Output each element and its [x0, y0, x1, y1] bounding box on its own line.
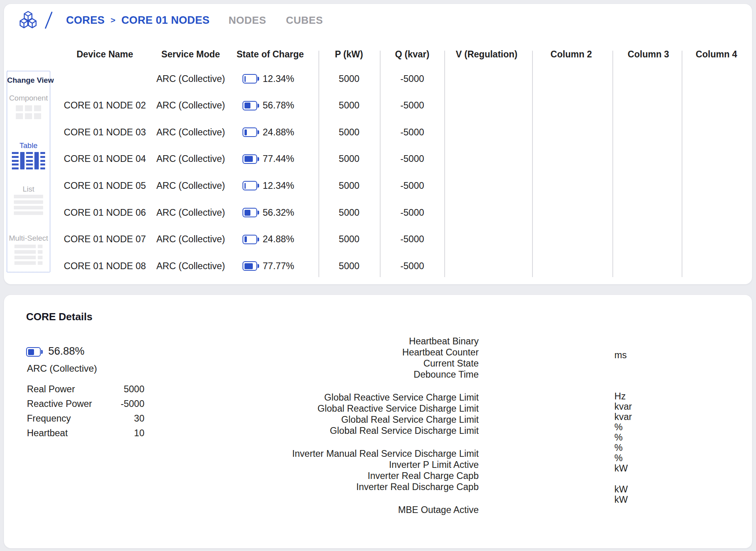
device-name-cell: CORE 01 NODE 04 [47, 151, 162, 167]
detail-field-label: Global Real Service Charge Limit [277, 414, 479, 425]
core-details-card: CORE Details 56.88% ARC (Collective) Rea… [4, 295, 752, 548]
battery-icon [243, 208, 257, 217]
column-header: Q (kvar) [395, 49, 430, 61]
soc-value: 12.34% [263, 180, 294, 191]
breadcrumb-item-core-01-nodes[interactable]: CORE 01 NODES [121, 14, 210, 27]
param-label: Reactive Power [27, 399, 92, 409]
service-mode-cell: ARC (Collective) [146, 205, 235, 220]
detail-field-label: Global Real Service Discharge Limit [277, 425, 479, 436]
table-row[interactable]: CORE 01 NODE 02ARC (Collective)56.78%500… [4, 98, 752, 114]
param-label: Frequency [27, 413, 71, 424]
service-mode-cell: ARC (Collective) [146, 124, 235, 140]
q-kvar-cell: -5000 [380, 71, 445, 87]
soc-value: 77.44% [263, 154, 294, 164]
battery-fill [28, 349, 34, 355]
unit-group: Hzkvarkvar%%%%kW [614, 391, 632, 473]
battery-icon [243, 154, 257, 164]
table-row[interactable]: CORE 01 NODE 08ARC (Collective)77.77%500… [4, 258, 752, 274]
q-kvar-cell: -5000 [380, 124, 445, 140]
battery-icon [26, 347, 41, 357]
battery-fill [244, 263, 253, 269]
unit-label: % [614, 453, 632, 463]
unit-label: % [614, 443, 632, 453]
battery-icon [243, 101, 257, 110]
table-row[interactable]: CORE 01 NODE 07ARC (Collective)24.88%500… [4, 232, 752, 247]
param-value: 5000 [124, 384, 144, 395]
component-grid-icon[interactable] [16, 105, 41, 119]
details-service-mode: ARC (Collective) [27, 363, 97, 374]
detail-field-label: Global Reactive Service Charge Limit [277, 392, 479, 403]
column-header: V (Regulation) [456, 49, 517, 61]
table-row[interactable]: ARC (Collective)12.34%5000-5000 [4, 71, 752, 87]
battery-fill [244, 156, 253, 162]
p-kw-cell: 5000 [318, 178, 380, 194]
detail-field-label: Global Reactive Service Disharge Limit [277, 403, 479, 414]
column-header: Column 3 [628, 49, 669, 61]
battery-fill [244, 210, 251, 216]
change-view-title: Change View [7, 76, 50, 85]
tab-nodes[interactable]: NODES [229, 14, 266, 27]
view-option-multi-select-label[interactable]: Multi-Select [7, 234, 50, 243]
state-of-charge-cell: 12.34% [243, 178, 322, 194]
list-icon[interactable] [14, 195, 43, 215]
device-name-cell: CORE 01 NODE 02 [47, 98, 162, 114]
state-of-charge-cell: 77.44% [243, 151, 322, 167]
core-details-title: CORE Details [26, 311, 93, 323]
nodes-table-card: CORES > CORE 01 NODES NODES CUBES Device… [4, 4, 752, 284]
table-icon[interactable] [12, 152, 45, 169]
unit-label: % [614, 422, 632, 432]
multi-select-icon[interactable] [15, 245, 43, 265]
q-kvar-cell: -5000 [380, 98, 445, 114]
state-of-charge-cell: 12.34% [243, 71, 322, 87]
battery-icon [243, 74, 257, 84]
battery-icon [243, 261, 257, 271]
battery-fill [244, 236, 247, 242]
view-option-component-label[interactable]: Component [7, 94, 50, 103]
param-row: Heartbeat10 [27, 426, 144, 441]
state-of-charge-cell: 56.78% [243, 98, 322, 114]
device-name-cell: CORE 01 NODE 08 [47, 258, 162, 274]
table-row[interactable]: CORE 01 NODE 06ARC (Collective)56.32%500… [4, 205, 752, 220]
param-value: -5000 [121, 399, 144, 409]
breadcrumb-item-cores[interactable]: CORES [66, 14, 105, 27]
detail-field-label: Current State [277, 358, 479, 369]
slash-separator-icon [44, 11, 54, 30]
detail-field-label: Inverter Manual Real Service Discharge L… [277, 448, 479, 459]
p-kw-cell: 5000 [318, 258, 380, 274]
q-kvar-cell: -5000 [380, 258, 445, 274]
column-header: Service Mode [161, 49, 220, 61]
cubes-icon[interactable] [19, 11, 37, 30]
table-row[interactable]: CORE 01 NODE 04ARC (Collective)77.44%500… [4, 151, 752, 167]
table-row[interactable]: CORE 01 NODE 03ARC (Collective)24.88%500… [4, 124, 752, 140]
battery-icon [243, 235, 257, 244]
service-mode-cell: ARC (Collective) [146, 98, 235, 114]
table-row[interactable]: CORE 01 NODE 05ARC (Collective)12.34%500… [4, 178, 752, 194]
service-mode-cell: ARC (Collective) [146, 178, 235, 194]
breadcrumb-chevron: > [111, 15, 116, 25]
tab-cubes[interactable]: CUBES [286, 14, 323, 27]
param-value: 10 [134, 428, 144, 439]
device-name-cell: CORE 01 NODE 06 [47, 205, 162, 220]
soc-value: 56.78% [263, 100, 294, 111]
view-option-list-label[interactable]: List [7, 185, 50, 194]
p-kw-cell: 5000 [318, 124, 380, 140]
detail-field-label: Inverter Real Charge Capb [277, 470, 479, 481]
unit-label: kW [614, 463, 632, 473]
unit-label: Hz [614, 391, 632, 401]
column-header: Column 2 [551, 49, 592, 61]
service-mode-cell: ARC (Collective) [146, 151, 235, 167]
soc-value: 77.77% [263, 261, 294, 272]
unit-group: kWkW [614, 484, 632, 505]
soc-value: 24.88% [263, 234, 294, 245]
detail-field-label: MBE Outage Active [277, 504, 479, 515]
field-label-group: Heartbeat BinaryHeartbeat CounterCurrent… [277, 336, 479, 380]
q-kvar-cell: -5000 [380, 178, 445, 194]
view-option-table-label[interactable]: Table [7, 141, 50, 150]
device-name-cell: CORE 01 NODE 03 [47, 124, 162, 140]
param-value: 30 [134, 413, 144, 424]
unit-label: kW [614, 494, 632, 505]
unit-label: kvar [614, 412, 632, 422]
p-kw-cell: 5000 [318, 151, 380, 167]
soc-value: 24.88% [263, 127, 294, 138]
unit-label: ms [614, 350, 632, 360]
